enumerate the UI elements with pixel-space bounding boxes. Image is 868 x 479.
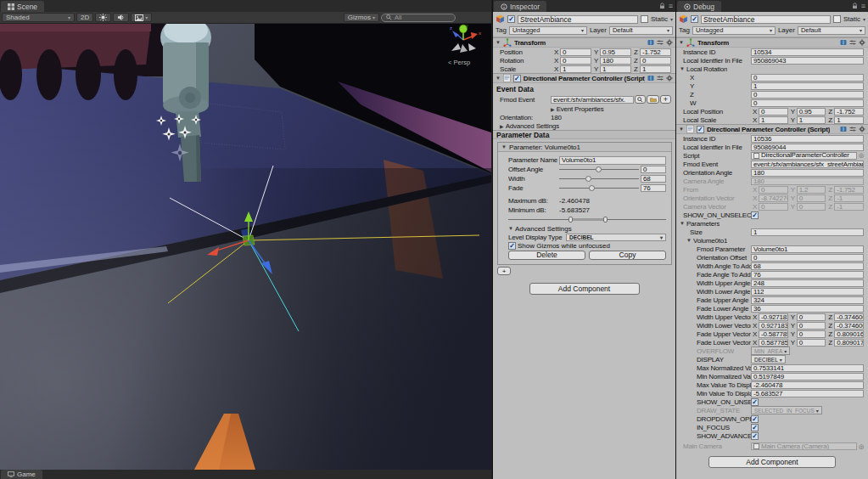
gameobject-name-field[interactable]: StreetAmbiance: [518, 15, 638, 24]
axis-value-field[interactable]: 0: [797, 322, 826, 330]
layer-dropdown[interactable]: Default▾: [798, 26, 865, 35]
range-high-handle[interactable]: [603, 217, 608, 223]
slider-track[interactable]: [559, 175, 639, 183]
delete-button[interactable]: Delete: [508, 251, 585, 260]
scene-viewport[interactable]: y z x < Persp: [0, 24, 491, 470]
controller-header[interactable]: ▼ ✓ Directional Parameter Controller (Sc…: [676, 124, 868, 134]
axis-value-field[interactable]: 0: [560, 57, 591, 65]
group-advanced-foldout[interactable]: ▼ Advanced Settings: [508, 224, 666, 233]
foldout-arrow[interactable]: ▼: [686, 238, 692, 243]
value-field[interactable]: -2.460478: [751, 381, 864, 389]
gear-icon[interactable]: [859, 39, 865, 46]
effects-dropdown-button[interactable]: ▾: [131, 13, 152, 22]
tab-menu-icon[interactable]: ≡: [669, 2, 673, 10]
value-field[interactable]: 1: [751, 228, 864, 236]
axis-value-field[interactable]: 0.95: [797, 108, 826, 116]
event-browse-button[interactable]: [647, 95, 659, 104]
transform-header[interactable]: ▼ Transform: [676, 37, 868, 48]
persp-label[interactable]: < Persp: [448, 59, 470, 66]
dropdown[interactable]: DECIBEL▾: [751, 355, 786, 363]
preset-icon[interactable]: [849, 39, 856, 46]
value-field[interactable]: 112: [751, 288, 864, 296]
object-picker-icon[interactable]: ◎: [859, 443, 864, 450]
value-field[interactable]: Volume0to1: [751, 245, 864, 253]
tab-debug[interactable]: Debug: [677, 1, 721, 12]
tag-dropdown[interactable]: Untagged▾: [692, 26, 776, 35]
controller-header[interactable]: ▼ ✓ Directional Parameter Controller (Sc…: [493, 73, 675, 83]
help-book-icon[interactable]: [840, 126, 847, 132]
static-dropdown-icon[interactable]: ▾: [863, 16, 865, 22]
gizmos-dropdown[interactable]: Gizmos ▾: [344, 13, 379, 22]
add-component-button[interactable]: Add Component: [708, 456, 836, 468]
axis-value-field[interactable]: -1: [834, 203, 864, 211]
static-checkbox[interactable]: [833, 15, 841, 23]
add-parameter-button[interactable]: +: [497, 267, 511, 275]
gameobject-name-field[interactable]: StreetAmbiance: [701, 15, 831, 24]
value-field[interactable]: 68: [751, 262, 864, 270]
preset-icon[interactable]: [657, 39, 664, 46]
static-dropdown-icon[interactable]: ▾: [670, 16, 673, 22]
lock-icon[interactable]: [659, 3, 665, 9]
checkbox[interactable]: ✓: [751, 415, 759, 423]
active-checkbox[interactable]: ✓: [691, 15, 698, 23]
gear-icon[interactable]: [666, 39, 673, 46]
component-enabled-checkbox[interactable]: ✓: [697, 126, 704, 133]
value-field[interactable]: 0: [751, 74, 864, 82]
event-search-button[interactable]: [635, 95, 646, 104]
foldout-arrow[interactable]: ▶: [500, 123, 504, 129]
axis-value-field[interactable]: -0.587785: [759, 330, 788, 338]
axis-value-field[interactable]: -0.927183: [759, 313, 788, 321]
dropdown[interactable]: MIN_AREA▾: [751, 347, 790, 355]
preset-icon[interactable]: [849, 126, 856, 132]
foldout-arrow[interactable]: ▼: [496, 76, 501, 81]
foldout-arrow[interactable]: ▼: [679, 127, 684, 132]
slider-value-field[interactable]: 76: [641, 184, 666, 192]
parameter-name-field[interactable]: Volume0to1: [559, 156, 666, 165]
value-field[interactable]: 0.7533141: [751, 364, 864, 372]
advanced-settings-foldout[interactable]: ▶ Advanced Settings: [493, 121, 675, 130]
slider-thumb[interactable]: [585, 176, 591, 182]
fmod-event-field[interactable]: event:/sfx/ambiances/sfx.: [551, 96, 634, 104]
slider-track[interactable]: [559, 166, 639, 173]
lock-icon[interactable]: [852, 3, 858, 9]
foldout-arrow[interactable]: ▼: [680, 221, 685, 226]
slider-value-field[interactable]: 0: [641, 166, 666, 173]
help-book-icon[interactable]: [647, 39, 654, 46]
static-checkbox[interactable]: [641, 15, 648, 23]
component-enabled-checkbox[interactable]: ✓: [513, 75, 521, 82]
tab-menu-icon[interactable]: ≡: [861, 2, 865, 10]
axis-value-field[interactable]: -1.752: [640, 48, 671, 56]
checkbox[interactable]: ✓: [751, 432, 759, 440]
axis-value-field[interactable]: 1: [834, 116, 864, 124]
axis-value-field[interactable]: 1: [797, 116, 826, 124]
layer-dropdown[interactable]: Default▾: [609, 26, 673, 35]
axis-value-field[interactable]: -0.374606: [834, 313, 864, 321]
axis-value-field[interactable]: 0.809017: [834, 339, 864, 347]
axis-value-field[interactable]: -1.752: [834, 186, 864, 194]
foldout-arrow[interactable]: ▼: [496, 40, 501, 45]
axis-value-field[interactable]: 1: [640, 65, 671, 73]
axis-value-field[interactable]: 1: [600, 65, 631, 73]
slider-thumb[interactable]: [596, 166, 602, 172]
copy-button[interactable]: Copy: [589, 251, 666, 260]
axis-value-field[interactable]: 0: [560, 48, 591, 56]
axis-value-field[interactable]: 0: [797, 203, 826, 211]
value-field[interactable]: 0: [751, 99, 864, 107]
value-field[interactable]: 10534: [751, 48, 864, 56]
object-picker-icon[interactable]: ◎: [859, 152, 864, 159]
audio-toggle-button[interactable]: [113, 13, 129, 22]
event-properties-foldout[interactable]: ▶ Event Properties: [493, 104, 675, 113]
preset-icon[interactable]: [657, 75, 664, 82]
value-field[interactable]: 950869043: [751, 57, 864, 65]
transform-header[interactable]: ▼ Transform: [493, 37, 675, 48]
object-field[interactable]: DirectionalParameterController: [751, 152, 857, 160]
main-camera-field[interactable]: Main Camera (Camera): [751, 442, 857, 450]
value-field[interactable]: 180: [751, 178, 864, 185]
axis-value-field[interactable]: 0: [759, 108, 788, 116]
value-field[interactable]: 950869044: [751, 144, 864, 151]
tab-inspector[interactable]: Inspector: [494, 1, 546, 12]
value-field[interactable]: 324: [751, 296, 864, 304]
axis-value-field[interactable]: 0.9271839: [759, 322, 788, 330]
axis-value-field[interactable]: 0.95: [600, 48, 631, 56]
axis-value-field[interactable]: 0: [797, 194, 826, 202]
